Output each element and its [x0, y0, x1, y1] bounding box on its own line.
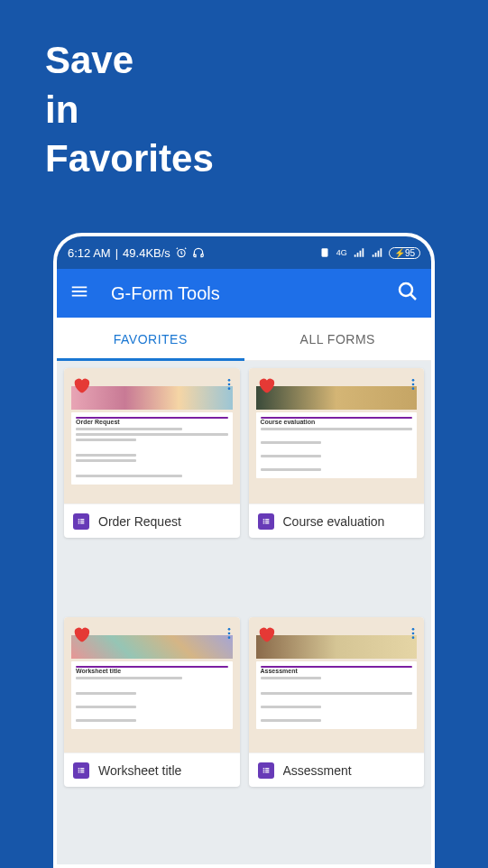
status-speed: 49.4KB/s — [123, 246, 170, 260]
form-icon — [73, 762, 89, 779]
status-separator: | — [115, 246, 118, 260]
svg-rect-20 — [265, 522, 269, 523]
more-options-icon[interactable] — [220, 624, 238, 646]
preview-form-title: Order Request — [76, 419, 228, 425]
svg-rect-34 — [265, 768, 269, 769]
svg-rect-28 — [78, 771, 80, 772]
status-right: 4G ⚡95 — [318, 246, 420, 259]
app-bar-left: G-Form Tools — [69, 282, 220, 305]
card-footer: Assessment — [249, 753, 425, 787]
svg-point-31 — [412, 633, 415, 635]
svg-point-12 — [412, 379, 415, 382]
preview-form-title: Worksheet title — [76, 668, 228, 674]
svg-rect-8 — [78, 521, 80, 522]
preview-body: Course evaluation — [256, 412, 418, 478]
card-preview: Order Request — [64, 368, 240, 503]
svg-rect-19 — [262, 522, 264, 523]
promo-title: Save in Favorites — [0, 0, 488, 184]
svg-rect-25 — [80, 768, 84, 769]
more-options-icon[interactable] — [220, 375, 238, 397]
more-options-icon[interactable] — [404, 375, 422, 397]
battery-indicator: ⚡95 — [389, 247, 420, 259]
form-card[interactable]: Worksheet title Worksheet title — [64, 617, 240, 787]
form-card[interactable]: Order Request Order Request — [64, 368, 240, 538]
svg-point-22 — [227, 633, 230, 635]
svg-point-13 — [412, 383, 415, 386]
svg-rect-37 — [262, 771, 264, 772]
preview-header-image — [71, 386, 233, 410]
svg-rect-29 — [80, 771, 84, 772]
card-title: Course evaluation — [283, 514, 385, 529]
favorite-heart-icon[interactable] — [71, 624, 91, 648]
status-time: 6:12 AM — [68, 246, 111, 260]
card-preview: Course evaluation — [249, 368, 425, 503]
svg-point-4 — [227, 383, 230, 386]
promo-line-3: Favorites — [45, 134, 443, 184]
svg-rect-24 — [78, 768, 80, 769]
form-icon — [73, 513, 89, 530]
preview-header-image — [71, 635, 233, 659]
svg-rect-16 — [265, 519, 269, 520]
form-icon — [258, 513, 274, 530]
headphone-icon — [192, 246, 205, 259]
network-label: 4G — [336, 248, 347, 257]
status-left: 6:12 AM | 49.4KB/s — [68, 246, 205, 260]
sim-icon — [318, 246, 331, 259]
preview-body: Worksheet title — [71, 661, 233, 729]
svg-point-21 — [227, 628, 230, 631]
svg-rect-35 — [262, 770, 264, 771]
app-title: G-Form Tools — [111, 283, 220, 304]
svg-point-5 — [227, 387, 230, 390]
signal-icon-2 — [371, 246, 383, 259]
preview-header-image — [256, 386, 418, 410]
status-bar: 6:12 AM | 49.4KB/s 4G ⚡95 — [57, 236, 431, 269]
card-title: Order Request — [98, 514, 181, 529]
svg-rect-33 — [262, 768, 264, 769]
svg-rect-6 — [78, 519, 80, 520]
svg-rect-26 — [78, 770, 80, 771]
tab-all-forms-label: ALL FORMS — [300, 332, 375, 346]
favorite-heart-icon[interactable] — [256, 624, 276, 648]
svg-rect-15 — [262, 519, 264, 520]
tab-favorites[interactable]: FAVORITES — [57, 318, 244, 360]
hamburger-menu-icon[interactable] — [69, 282, 89, 305]
tab-all-forms[interactable]: ALL FORMS — [244, 318, 432, 360]
preview-body: Order Request — [71, 412, 233, 485]
card-preview: Worksheet title — [64, 617, 240, 753]
card-title: Assessment — [283, 763, 352, 778]
more-options-icon[interactable] — [404, 624, 422, 646]
promo-line-2: in — [45, 86, 443, 135]
favorites-grid: Order Request Order Request — [57, 361, 431, 864]
svg-rect-7 — [80, 519, 84, 520]
favorite-heart-icon[interactable] — [71, 375, 91, 399]
promo-line-1: Save — [45, 36, 443, 86]
svg-point-14 — [412, 387, 415, 390]
card-title: Worksheet title — [98, 763, 181, 778]
app-bar: G-Form Tools — [57, 269, 431, 318]
tabs: FAVORITES ALL FORMS — [57, 318, 431, 361]
preview-form-title: Assessment — [261, 668, 413, 674]
preview-header-image — [256, 635, 418, 659]
card-footer: Order Request — [64, 503, 240, 538]
preview-form-title: Course evaluation — [261, 419, 413, 425]
search-icon[interactable] — [397, 281, 419, 306]
signal-icon-1 — [353, 246, 365, 259]
svg-rect-1 — [321, 248, 327, 256]
phone-frame: 6:12 AM | 49.4KB/s 4G ⚡95 G-Form Tools F… — [53, 233, 435, 868]
svg-point-32 — [412, 636, 415, 639]
favorite-heart-icon[interactable] — [256, 375, 276, 399]
svg-rect-18 — [265, 521, 269, 522]
svg-rect-36 — [265, 770, 269, 771]
svg-point-2 — [400, 283, 412, 296]
svg-rect-11 — [80, 522, 84, 523]
svg-rect-9 — [80, 521, 84, 522]
preview-body: Assessment — [256, 661, 418, 729]
card-footer: Worksheet title — [64, 753, 240, 787]
svg-rect-27 — [80, 770, 84, 771]
form-card[interactable]: Assessment Assessment — [249, 617, 425, 787]
tab-favorites-label: FAVORITES — [114, 332, 188, 346]
svg-point-3 — [227, 379, 230, 382]
alarm-icon — [175, 246, 188, 259]
form-card[interactable]: Course evaluation Course evaluation — [249, 368, 425, 538]
svg-rect-17 — [262, 521, 264, 522]
